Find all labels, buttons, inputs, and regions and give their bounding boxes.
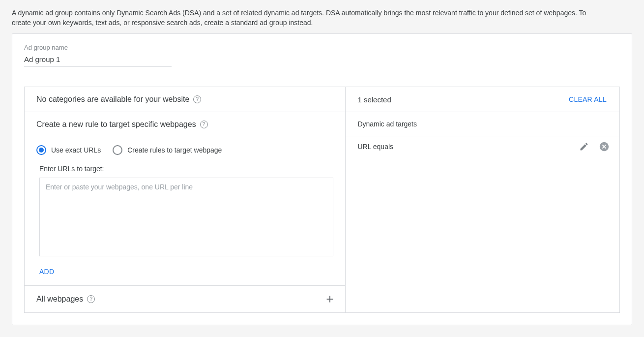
plus-icon[interactable] <box>324 294 335 305</box>
ad-group-name-input[interactable] <box>24 53 172 67</box>
help-icon[interactable]: ? <box>193 95 201 103</box>
pencil-icon[interactable] <box>579 142 589 152</box>
intro-text: A dynamic ad group contains only Dynamic… <box>12 0 592 33</box>
target-row: URL equals <box>346 136 619 157</box>
radio-checked-icon <box>36 145 46 155</box>
radio-rules-label: Create rules to target webpage <box>127 146 222 154</box>
enter-urls-label: Enter URLs to target: <box>25 161 345 178</box>
remove-icon[interactable] <box>599 141 610 152</box>
radio-use-exact-urls[interactable]: Use exact URLs <box>36 145 101 155</box>
radio-exact-label: Use exact URLs <box>51 146 101 154</box>
create-rule-text: Create a new rule to target specific web… <box>36 120 196 129</box>
target-text: URL equals <box>357 143 393 151</box>
help-icon[interactable]: ? <box>87 295 95 303</box>
urls-textarea[interactable] <box>39 178 333 256</box>
add-button[interactable]: ADD <box>39 268 54 276</box>
radio-create-rules[interactable]: Create rules to target webpage <box>113 145 222 155</box>
no-categories-text: No categories are available for your web… <box>36 95 189 104</box>
selected-count: 1 selected <box>357 95 391 104</box>
radio-unchecked-icon <box>113 145 122 155</box>
targeting-right-column: 1 selected CLEAR ALL Dynamic ad targets … <box>346 87 619 312</box>
dynamic-ad-targets-header: Dynamic ad targets <box>346 112 619 136</box>
clear-all-button[interactable]: CLEAR ALL <box>566 95 610 104</box>
targeting-left-column: No categories are available for your web… <box>25 87 346 312</box>
ad-group-card: Ad group name No categories are availabl… <box>12 33 632 325</box>
ad-group-name-label: Ad group name <box>24 44 620 51</box>
all-webpages-text: All webpages <box>36 295 83 304</box>
help-icon[interactable]: ? <box>200 121 208 128</box>
